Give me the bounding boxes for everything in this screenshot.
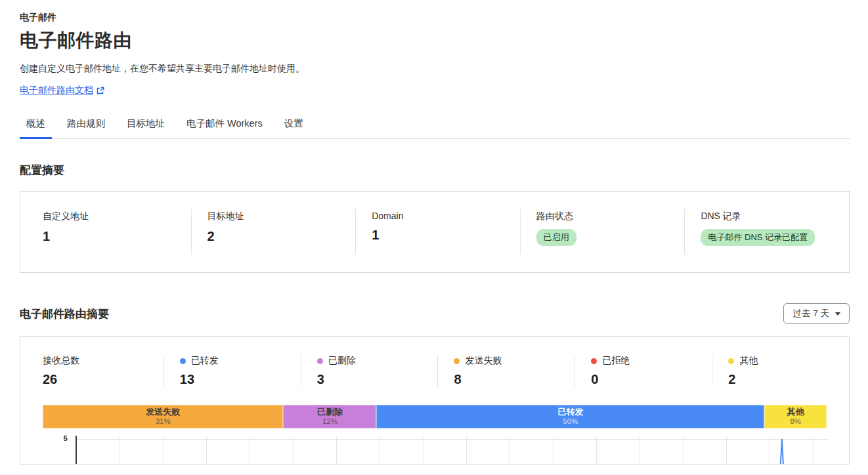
legend-dot-dropped [317, 358, 323, 364]
config-summary-heading: 配置摘要 [20, 163, 850, 178]
chevron-down-icon [835, 312, 840, 316]
stat-label: 已拒绝 [602, 355, 630, 367]
tab-destination-addresses[interactable]: 目标地址 [120, 114, 171, 138]
docs-link[interactable]: 电子邮件路由文档 [20, 85, 104, 96]
legend-dot-forwarded [180, 358, 186, 364]
time-range-label: 过去 7 天 [792, 308, 829, 320]
segment-percent: 12% [322, 417, 337, 426]
segment-percent: 31% [156, 417, 171, 426]
stat-total-received: 接收总数 26 [20, 355, 163, 387]
stat-label: 已删除 [328, 355, 356, 367]
bar-segment-forwarded[interactable]: 已转发 50% [376, 405, 764, 428]
stat-value: 26 [43, 372, 152, 387]
tab-settings[interactable]: 设置 [278, 114, 310, 138]
stacked-percent-bar: 发送失败 31% 已删除 12% 已转发 50% 其他 8% [43, 405, 827, 428]
routing-summary-card: 接收总数 26 已转发 13 已删除 3 [20, 336, 850, 465]
config-item-label: Domain [372, 211, 504, 221]
config-item-label: DNS 记录 [701, 211, 833, 222]
stat-value: 0 [591, 372, 700, 387]
page-description: 创建自定义电子邮件地址，在您不希望共享主要电子邮件地址时使用。 [20, 63, 850, 75]
stat-label: 其他 [739, 355, 758, 367]
stat-value: 3 [317, 372, 426, 387]
timeseries-plot [76, 436, 829, 465]
config-item-label: 目标地址 [207, 211, 340, 222]
segment-percent: 50% [563, 417, 578, 426]
tab-overview[interactable]: 概述 [20, 114, 52, 138]
status-badge-dns-configured: 电子邮件 DNS 记录已配置 [701, 229, 815, 246]
config-item-value: 1 [43, 229, 175, 244]
bar-segment-dropped[interactable]: 已删除 12% [283, 405, 376, 428]
page-title: 电子邮件路由 [20, 28, 850, 53]
docs-link-label: 电子邮件路由文档 [20, 85, 93, 96]
config-item-value: 2 [207, 229, 340, 244]
breadcrumb: 电子邮件 [20, 12, 850, 24]
time-range-dropdown[interactable]: 过去 7 天 [783, 303, 850, 324]
tab-routing-rules[interactable]: 路由规则 [60, 114, 112, 138]
config-item-domain: Domain 1 [355, 209, 520, 255]
spike-line [77, 436, 829, 465]
stat-value: 2 [728, 372, 837, 387]
stat-dropped: 已删除 3 [301, 355, 438, 387]
tab-bar: 概述 路由规则 目标地址 电子邮件 Workers 设置 [20, 114, 850, 139]
email-routing-page: 电子邮件 电子邮件路由 创建自定义电子邮件地址，在您不希望共享主要电子邮件地址时… [0, 0, 868, 465]
legend-dot-rejected [591, 358, 597, 364]
stat-delivery-failed: 发送失败 8 [437, 355, 575, 387]
legend-dot-other [728, 358, 734, 364]
config-item-value: 1 [372, 228, 504, 243]
segment-percent: 8% [790, 417, 801, 426]
config-item-dns-records: DNS 记录 电子邮件 DNS 记录已配置 [684, 209, 849, 255]
stat-label: 接收总数 [43, 355, 79, 367]
stat-value: 8 [454, 372, 563, 387]
external-link-icon [97, 87, 104, 94]
config-item-label: 路由状态 [536, 211, 669, 222]
routing-summary-heading: 电子邮件路由摘要 [20, 306, 109, 321]
segment-label: 已转发 [557, 407, 583, 417]
stat-rejected: 已拒绝 0 [575, 355, 712, 387]
stat-label: 已转发 [191, 355, 219, 367]
bar-segment-other[interactable]: 其他 8% [764, 405, 827, 428]
timeseries-chart: 5 [20, 430, 829, 465]
segment-label: 已删除 [317, 407, 343, 417]
stat-value: 13 [180, 372, 289, 387]
stats-row: 接收总数 26 已转发 13 已删除 3 [20, 355, 849, 387]
bar-segment-delivery-failed[interactable]: 发送失败 31% [43, 405, 283, 428]
config-item-destination-addresses: 目标地址 2 [191, 209, 356, 255]
stat-other: 其他 2 [712, 355, 849, 387]
tab-email-workers[interactable]: 电子邮件 Workers [180, 114, 269, 138]
y-axis-tick: 5 [43, 434, 68, 442]
config-summary-card: 自定义地址 1 目标地址 2 Domain 1 路由状态 已启用 DNS 记录 … [20, 191, 850, 273]
segment-label: 其他 [787, 407, 804, 417]
config-item-label: 自定义地址 [43, 211, 175, 222]
status-badge-enabled: 已启用 [536, 229, 576, 246]
segment-label: 发送失败 [146, 407, 180, 417]
config-item-custom-addresses: 自定义地址 1 [20, 209, 191, 255]
stat-forwarded: 已转发 13 [163, 355, 301, 387]
legend-dot-delivery-failed [454, 358, 460, 364]
config-item-routing-status: 路由状态 已启用 [520, 209, 685, 255]
stat-label: 发送失败 [465, 355, 502, 367]
